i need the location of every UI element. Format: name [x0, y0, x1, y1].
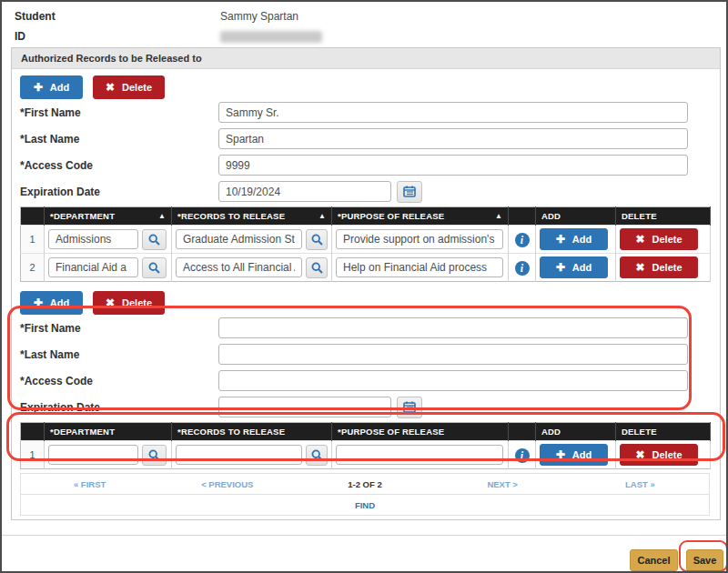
person-form-2: *First Name *Last Name *Access Code Expi…	[20, 315, 712, 420]
first-name-label-2: *First Name	[20, 322, 218, 335]
access-code-input-2[interactable]	[218, 370, 688, 391]
first-name-input-2[interactable]	[218, 317, 688, 338]
calendar-icon	[403, 186, 416, 197]
person-form-1: *First Name *Last Name *Access Code Expi…	[20, 99, 712, 205]
search-icon	[311, 262, 323, 274]
records-lookup-button[interactable]	[306, 445, 328, 466]
save-button[interactable]: Save	[686, 549, 723, 571]
department-lookup-button[interactable]	[142, 445, 167, 466]
grid1-delete-header: DELETE	[616, 207, 711, 226]
search-icon	[311, 449, 323, 461]
x-icon: ✖	[106, 297, 115, 308]
find-link[interactable]: FIND	[355, 500, 375, 510]
pagination-status: 1-2 OF 2	[296, 479, 433, 489]
grid1-records-header[interactable]: *RECORDS TO RELEASE ▲	[172, 207, 332, 226]
purpose-of-release-input[interactable]	[336, 229, 503, 249]
x-icon: ✖	[635, 262, 644, 273]
access-code-label-2: *Access Code	[20, 375, 218, 387]
plus-icon: ✚	[556, 262, 565, 273]
toolbar-2: ✚ Add ✖ Delete	[20, 291, 712, 315]
expiration-date-label-2: Expiration Date	[20, 401, 218, 414]
cancel-button[interactable]: Cancel	[630, 549, 678, 571]
access-code-input[interactable]	[218, 155, 688, 176]
student-header: Student Sammy Spartan ID	[2, 2, 726, 46]
pagination-previous-link[interactable]: < PREVIOUS	[158, 479, 296, 489]
grid1-corner-header	[21, 207, 45, 226]
add-button-label: Add	[50, 82, 69, 93]
records-lookup-button[interactable]	[306, 257, 328, 278]
purpose-of-release-input[interactable]	[336, 445, 503, 465]
calendar-button[interactable]	[397, 181, 422, 203]
calendar-icon	[403, 401, 416, 413]
row-add-button[interactable]: ✚ Add	[540, 228, 608, 250]
pagination-last-link[interactable]: LAST »	[571, 479, 709, 489]
row-delete-button[interactable]: ✖ Delete	[620, 228, 698, 250]
grid2-info-header	[509, 423, 536, 441]
row-add-button[interactable]: ✚ Add	[540, 444, 608, 466]
add-button[interactable]: ✚ Add	[20, 75, 83, 99]
expiration-date-label: Expiration Date	[20, 186, 218, 198]
search-icon	[311, 234, 323, 246]
sort-ascending-icon: ▲	[495, 212, 502, 220]
grid1-row-1: 1 i ✚ Add	[21, 226, 711, 254]
info-icon[interactable]: i	[515, 448, 530, 463]
records-to-release-input[interactable]	[176, 445, 302, 465]
expiration-date-input[interactable]	[218, 181, 391, 202]
toolbar-1: ✚ Add ✖ Delete	[20, 75, 712, 99]
pagination-first-link[interactable]: « FIRST	[21, 479, 158, 489]
add-button-2[interactable]: ✚ Add	[20, 291, 83, 315]
first-name-input[interactable]	[218, 102, 688, 123]
records-to-release-input[interactable]	[176, 229, 302, 249]
grid1-row-2: 2 i ✚ Add	[21, 254, 711, 282]
grid2-corner-header	[21, 423, 45, 441]
row-number: 1	[21, 441, 45, 469]
grid1-department-header[interactable]: *DEPARTMENT ▲	[45, 207, 172, 226]
department-lookup-button[interactable]	[142, 257, 167, 278]
last-name-label-2: *Last Name	[20, 348, 218, 361]
department-lookup-button[interactable]	[142, 229, 167, 250]
records-grid-2: *DEPARTMENT *RECORDS TO RELEASE *PURPOSE…	[20, 422, 711, 469]
search-icon	[148, 262, 160, 274]
delete-button-2[interactable]: ✖ Delete	[93, 291, 165, 315]
plus-icon: ✚	[556, 234, 565, 245]
last-name-input[interactable]	[218, 128, 688, 149]
first-name-label: *First Name	[20, 106, 218, 119]
department-input[interactable]	[48, 229, 138, 249]
row-number: 1	[21, 226, 45, 254]
grid2-add-header: ADD	[536, 423, 616, 441]
last-name-input-2[interactable]	[218, 344, 688, 365]
info-icon[interactable]: i	[515, 261, 530, 276]
pagination-next-link[interactable]: NEXT >	[434, 479, 571, 489]
grid2-records-header: *RECORDS TO RELEASE	[172, 423, 332, 441]
x-icon: ✖	[635, 234, 644, 245]
id-value-redacted	[220, 31, 322, 43]
expiration-date-input-2[interactable]	[218, 397, 391, 417]
info-icon[interactable]: i	[515, 233, 530, 247]
purpose-of-release-input[interactable]	[336, 257, 503, 277]
x-icon: ✖	[635, 449, 644, 460]
grid2-purpose-header: *PURPOSE OF RELEASE	[332, 423, 509, 441]
calendar-button-2[interactable]	[397, 397, 422, 418]
row-delete-button[interactable]: ✖ Delete	[620, 444, 698, 466]
delete-button[interactable]: ✖ Delete	[93, 75, 165, 99]
grid2-delete-header: DELETE	[616, 423, 711, 441]
records-release-page: { "colors": { "accent_blue": "#2d74b5", …	[0, 0, 728, 573]
search-icon	[148, 449, 160, 461]
department-input[interactable]	[48, 445, 138, 465]
student-name-value: Sammy Spartan	[220, 10, 298, 23]
x-icon: ✖	[106, 82, 115, 93]
department-input[interactable]	[48, 257, 138, 277]
grid1-purpose-header[interactable]: *PURPOSE OF RELEASE ▲	[332, 207, 509, 226]
records-grid-1: *DEPARTMENT ▲ *RECORDS TO RELEASE ▲ *PUR…	[20, 206, 711, 282]
plus-icon: ✚	[556, 449, 565, 460]
row-number: 2	[21, 254, 45, 282]
row-delete-button[interactable]: ✖ Delete	[620, 256, 698, 278]
records-to-release-input[interactable]	[176, 257, 302, 277]
plus-icon: ✚	[34, 297, 43, 308]
row-add-button[interactable]: ✚ Add	[540, 256, 608, 278]
search-icon	[148, 234, 160, 246]
grid2-department-header: *DEPARTMENT	[45, 423, 172, 441]
plus-icon: ✚	[34, 82, 43, 93]
grid1-add-header: ADD	[536, 207, 616, 226]
records-lookup-button[interactable]	[306, 229, 328, 250]
